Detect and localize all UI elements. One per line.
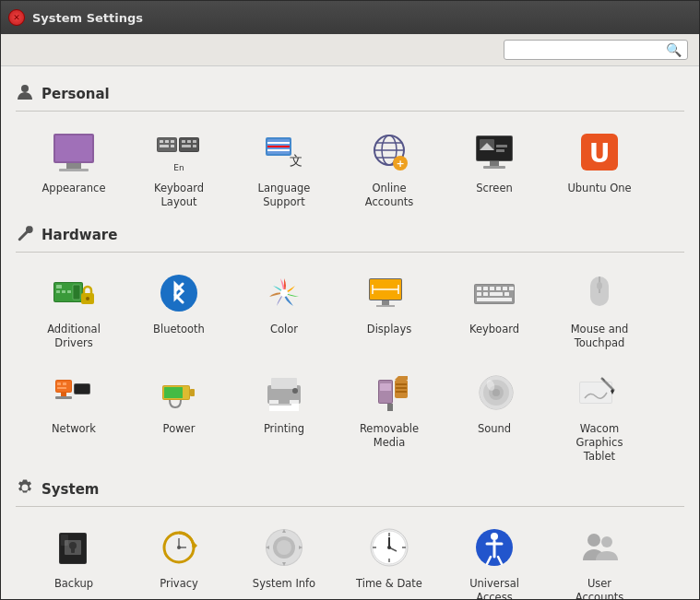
language-support-item[interactable]: 文 LanguageSupport bbox=[233, 121, 335, 217]
svg-rect-94 bbox=[269, 404, 291, 406]
removable-media-label: RemovableMedia bbox=[360, 422, 419, 450]
svg-text:U: U bbox=[589, 138, 611, 169]
svg-rect-59 bbox=[376, 305, 395, 307]
svg-rect-3 bbox=[66, 163, 81, 169]
svg-rect-2 bbox=[55, 135, 92, 161]
personal-section-title: Personal bbox=[42, 86, 110, 102]
svg-rect-65 bbox=[496, 287, 501, 290]
svg-rect-44 bbox=[56, 285, 62, 288]
universal-access-item[interactable]: UniversalAccess bbox=[444, 516, 545, 599]
bluetooth-item[interactable]: Bluetooth bbox=[128, 262, 230, 358]
language-support-icon: 文 bbox=[260, 128, 308, 176]
window-title: System Settings bbox=[32, 11, 692, 25]
svg-rect-7 bbox=[160, 140, 163, 143]
svg-rect-68 bbox=[477, 292, 481, 296]
svg-rect-81 bbox=[61, 393, 66, 396]
ubuntu-one-label: Ubuntu One bbox=[567, 182, 631, 195]
svg-point-108 bbox=[492, 389, 500, 396]
keyboard-layout-item[interactable]: En KeyboardLayout bbox=[128, 121, 230, 217]
bluetooth-icon bbox=[155, 269, 203, 317]
wrench-icon bbox=[16, 224, 34, 246]
color-item[interactable]: Color bbox=[233, 262, 335, 358]
svg-rect-58 bbox=[382, 300, 389, 305]
wacom-icon bbox=[575, 369, 623, 417]
svg-rect-18 bbox=[193, 145, 196, 147]
svg-rect-88 bbox=[164, 387, 183, 398]
system-info-icon bbox=[260, 524, 308, 571]
additional-drivers-item[interactable]: AdditionalDrivers bbox=[23, 262, 125, 358]
svg-rect-8 bbox=[165, 140, 169, 143]
printing-icon bbox=[260, 369, 308, 417]
toolbar: 🔍 bbox=[1, 34, 699, 66]
svg-rect-17 bbox=[182, 145, 191, 147]
online-accounts-label: OnlineAccounts bbox=[365, 182, 413, 209]
keyboard-item[interactable]: Keyboard bbox=[444, 262, 545, 358]
user-accounts-item[interactable]: UserAccounts bbox=[549, 516, 650, 599]
svg-point-136 bbox=[387, 546, 391, 549]
svg-rect-15 bbox=[187, 140, 191, 143]
mouse-touchpad-item[interactable]: Mouse andTouchpad bbox=[549, 262, 650, 358]
keyboard-icon bbox=[470, 269, 518, 317]
svg-rect-70 bbox=[490, 292, 503, 296]
privacy-item[interactable]: Privacy bbox=[128, 516, 230, 599]
svg-point-95 bbox=[292, 388, 298, 394]
displays-item[interactable]: Displays bbox=[338, 262, 440, 358]
svg-rect-10 bbox=[160, 145, 169, 147]
sound-item[interactable]: Sound bbox=[444, 361, 545, 471]
ubuntu-one-item[interactable]: U Ubuntu One bbox=[549, 121, 650, 217]
displays-label: Displays bbox=[367, 323, 411, 336]
network-label: Network bbox=[52, 422, 96, 436]
system-info-item[interactable]: System Info bbox=[233, 516, 335, 599]
svg-rect-102 bbox=[396, 387, 407, 389]
removable-media-icon bbox=[365, 369, 413, 417]
svg-rect-11 bbox=[171, 145, 174, 147]
wacom-item[interactable]: WacomGraphicsTablet bbox=[549, 361, 650, 471]
screen-item[interactable]: Screen bbox=[444, 121, 545, 217]
appearance-item[interactable]: Appearance bbox=[23, 121, 125, 217]
color-label: Color bbox=[270, 323, 298, 336]
printing-item[interactable]: Printing bbox=[233, 361, 335, 471]
svg-rect-14 bbox=[182, 140, 185, 143]
system-section-header: System bbox=[16, 478, 684, 507]
svg-rect-9 bbox=[171, 140, 174, 143]
mouse-touchpad-icon bbox=[575, 269, 623, 317]
removable-media-item[interactable]: RemovableMedia bbox=[338, 361, 440, 471]
svg-rect-62 bbox=[477, 287, 481, 290]
backup-item[interactable]: Backup bbox=[23, 516, 125, 599]
svg-point-50 bbox=[86, 297, 89, 300]
network-item[interactable]: Network bbox=[23, 361, 125, 471]
svg-rect-82 bbox=[55, 396, 72, 399]
online-accounts-item[interactable]: + OnlineAccounts bbox=[338, 121, 440, 217]
keyboard-layout-label: KeyboardLayout bbox=[154, 182, 204, 209]
time-date-item[interactable]: Time & Date bbox=[338, 516, 440, 599]
svg-text:En: En bbox=[173, 163, 184, 172]
ubuntu-one-icon: U bbox=[575, 128, 623, 176]
svg-rect-64 bbox=[490, 287, 494, 290]
svg-rect-79 bbox=[63, 382, 66, 385]
additional-drivers-icon bbox=[50, 269, 98, 317]
appearance-label: Appearance bbox=[42, 182, 105, 195]
online-accounts-icon: + bbox=[365, 128, 413, 176]
search-box[interactable]: 🔍 bbox=[504, 40, 688, 60]
svg-text:文: 文 bbox=[290, 153, 303, 168]
system-section-title: System bbox=[42, 481, 99, 498]
search-input[interactable] bbox=[510, 43, 666, 56]
close-button[interactable] bbox=[8, 9, 25, 26]
power-icon bbox=[155, 369, 203, 417]
user-accounts-icon bbox=[575, 524, 623, 571]
svg-rect-67 bbox=[509, 287, 514, 290]
svg-rect-35 bbox=[490, 161, 499, 166]
svg-rect-98 bbox=[380, 383, 391, 391]
svg-rect-46 bbox=[62, 290, 65, 293]
hardware-section-header: Hardware bbox=[16, 224, 684, 253]
svg-rect-38 bbox=[496, 145, 507, 147]
svg-point-0 bbox=[21, 85, 29, 92]
svg-rect-77 bbox=[56, 381, 71, 392]
svg-rect-47 bbox=[67, 290, 71, 293]
svg-point-52 bbox=[280, 289, 288, 297]
power-item[interactable]: Power bbox=[128, 361, 230, 471]
user-accounts-label: UserAccounts bbox=[575, 577, 623, 599]
svg-marker-120 bbox=[194, 542, 197, 549]
displays-icon bbox=[365, 269, 413, 317]
keyboard-layout-icon: En bbox=[155, 128, 203, 176]
